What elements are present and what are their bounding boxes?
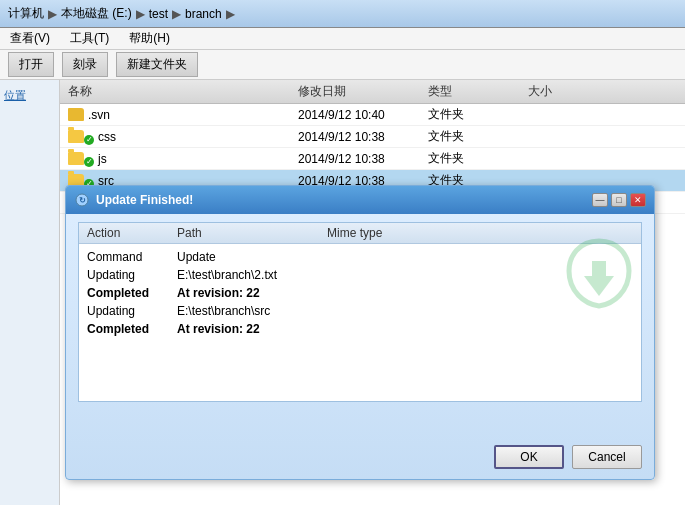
svn-badge: ✓: [84, 157, 94, 167]
update-finished-dialog: ↻ Update Finished! — □ ✕ Action Path Mim…: [65, 185, 655, 480]
dialog-icon: ↻: [74, 192, 90, 208]
cancel-button[interactable]: Cancel: [572, 445, 642, 469]
left-panel: 位置: [0, 80, 60, 505]
folder-icon: [68, 152, 84, 165]
large-update-arrow: [564, 236, 634, 316]
minimize-button[interactable]: —: [592, 193, 608, 207]
breadcrumb-drive[interactable]: 本地磁盘 (E:): [61, 5, 132, 22]
open-button[interactable]: 打开: [8, 52, 54, 77]
col-size: 大小: [528, 83, 608, 100]
explorer-titlebar: 计算机 ▶ 本地磁盘 (E:) ▶ test ▶ branch ▶: [0, 0, 685, 28]
col-date: 修改日期: [298, 83, 428, 100]
svg-text:↻: ↻: [79, 196, 86, 205]
dialog-titlebar: ↻ Update Finished! — □ ✕: [66, 186, 654, 214]
menu-help[interactable]: 帮助(H): [125, 28, 174, 49]
col-action: Action: [87, 226, 177, 240]
menu-view[interactable]: 查看(V): [6, 28, 54, 49]
file-name-js: ✓ js: [68, 152, 298, 166]
dialog-row-completed2: Completed At revision: 22: [87, 320, 633, 338]
burn-button[interactable]: 刻录: [62, 52, 108, 77]
svn-icon: ↻: [75, 193, 89, 207]
file-row[interactable]: ✓ js 2014/9/12 10:38 文件夹: [60, 148, 685, 170]
left-panel-location[interactable]: 位置: [4, 88, 55, 103]
dialog-table-body: Command Update Updating E:\test\branch\2…: [79, 244, 641, 342]
menu-bar: 查看(V) 工具(T) 帮助(H): [0, 28, 685, 50]
file-row[interactable]: ✓ css 2014/9/12 10:38 文件夹: [60, 126, 685, 148]
dialog-title: Update Finished!: [96, 193, 592, 207]
folder-icon: [68, 108, 84, 121]
ok-button[interactable]: OK: [494, 445, 564, 469]
update-icon-large: [564, 236, 634, 316]
col-mime: Mime type: [327, 226, 427, 240]
col-path: Path: [177, 226, 327, 240]
dialog-table: Action Path Mime type Command Update Upd…: [78, 222, 642, 402]
dialog-row-command: Command Update: [87, 248, 633, 266]
dialog-row-updating2: Updating E:\test\branch\src: [87, 302, 633, 320]
new-folder-button[interactable]: 新建文件夹: [116, 52, 198, 77]
file-list-header: 各称 修改日期 类型 大小: [60, 80, 685, 104]
breadcrumb-test[interactable]: test: [149, 7, 168, 21]
svn-badge: ✓: [84, 135, 94, 145]
maximize-button[interactable]: □: [611, 193, 627, 207]
folder-icon: [68, 130, 84, 143]
breadcrumb: 计算机 ▶ 本地磁盘 (E:) ▶ test ▶ branch ▶: [8, 5, 235, 22]
file-name-css: ✓ css: [68, 130, 298, 144]
file-name-svn: .svn: [68, 108, 298, 122]
close-button[interactable]: ✕: [630, 193, 646, 207]
dialog-row-completed1: Completed At revision: 22: [87, 284, 633, 302]
breadcrumb-branch[interactable]: branch: [185, 7, 222, 21]
col-type: 类型: [428, 83, 528, 100]
dialog-controls: — □ ✕: [592, 193, 646, 207]
col-name: 各称: [68, 83, 298, 100]
dialog-row-updating1: Updating E:\test\branch\2.txt: [87, 266, 633, 284]
toolbar: 打开 刻录 新建文件夹: [0, 50, 685, 80]
breadcrumb-computer[interactable]: 计算机: [8, 5, 44, 22]
dialog-table-header: Action Path Mime type: [79, 223, 641, 244]
dialog-footer: OK Cancel: [494, 445, 642, 469]
file-row[interactable]: .svn 2014/9/12 10:40 文件夹: [60, 104, 685, 126]
menu-tools[interactable]: 工具(T): [66, 28, 113, 49]
